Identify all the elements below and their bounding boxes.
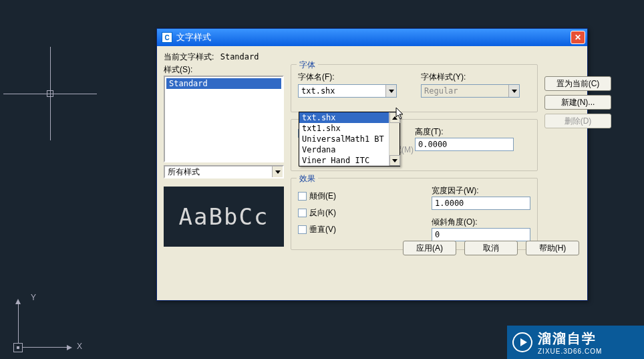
style-filter-value: 所有样式 [165,166,272,178]
fontname-value: txt.shx [301,86,335,96]
new-button[interactable]: 新建(N)... [544,95,611,110]
checkbox-icon [298,209,307,217]
cancel-button[interactable]: 取消 [464,241,518,255]
effects-legend: 效果 [297,173,318,185]
chevron-down-icon [272,166,283,177]
current-style-value: Standard [220,52,259,62]
dropdown-option[interactable]: Viner Hand ITC [299,155,399,166]
chevron-down-icon [385,85,396,97]
apply-button[interactable]: 应用(A) [403,241,456,255]
ucs-x-label: X [77,342,82,351]
delete-button: 删除(D) [544,114,611,128]
close-button[interactable]: ✕ [571,31,585,44]
preview-text: AaBbCc [179,203,269,230]
help-button[interactable]: 帮助(H) [526,241,579,255]
width-factor-value: 1.0000 [435,199,464,208]
scroll-down-icon[interactable] [389,155,400,166]
cursor-icon [395,107,405,120]
oblique-angle-input[interactable]: 0 [432,228,530,241]
play-icon [512,332,532,352]
vertical-label: 垂直(V) [309,224,336,235]
chevron-down-icon [508,85,519,97]
upside-down-checkbox[interactable]: 颠倒(E) [298,191,405,202]
list-item[interactable]: Standard [166,78,281,89]
dialog-title: 文字样式 [175,31,571,43]
set-current-button[interactable]: 置为当前(C) [544,76,611,91]
preview-box: AaBbCc [164,187,284,247]
oblique-angle-label: 倾斜角度(O): [432,217,478,227]
close-icon: ✕ [575,33,581,42]
height-value: 0.0000 [418,140,447,149]
font-groupbox: 字体 字体名(F): txt.shx 字体样式(Y): [291,64,538,112]
fontname-select[interactable]: txt.shx [298,84,397,98]
app-icon: C [162,32,172,43]
titlebar[interactable]: C 文字样式 ✕ [157,29,587,46]
style-listbox[interactable]: Standard [164,76,284,162]
height-input[interactable]: 0.0000 [415,138,514,151]
fontname-dropdown-list[interactable]: txt.shx txt1.shx UniversalMath1 BT Verda… [299,112,400,166]
style-filter-select[interactable]: 所有样式 [164,165,284,178]
width-factor-input[interactable]: 1.0000 [432,197,530,210]
checkbox-icon [298,192,307,201]
watermark-title: 溜溜自学 [538,330,602,348]
backwards-checkbox[interactable]: 反向(K) [298,207,405,219]
text-style-dialog: C 文字样式 ✕ 当前文字样式: Standard 样式(S): Standar… [156,28,588,301]
dropdown-option[interactable]: UniversalMath1 BT [299,134,399,144]
height-label: 高度(T): [415,127,444,136]
fontstyle-value: Regular [424,86,458,96]
font-legend: 字体 [297,59,318,71]
current-style-label: 当前文字样式: [164,52,214,62]
vertical-checkbox[interactable]: 垂直(V) [298,224,405,235]
width-factor-label: 宽度因子(W): [432,186,479,195]
ucs-y-label: Y [31,293,36,302]
fontstyle-label: 字体样式(Y): [421,72,530,83]
effects-groupbox: 效果 颠倒(E) 反向(K) [291,178,538,250]
styles-label: 样式(S): [164,65,192,74]
dropdown-option[interactable]: txt.shx [299,112,399,123]
watermark: 溜溜自学 ZIXUE.3D66.COM [507,326,644,359]
fontname-label: 字体名(F): [298,72,408,83]
fontstyle-select: Regular [421,84,520,98]
watermark-url: ZIXUE.3D66.COM [538,348,602,355]
backwards-label: 反向(K) [309,207,336,219]
oblique-angle-value: 0 [435,230,440,239]
upside-down-label: 颠倒(E) [309,191,336,202]
dropdown-option[interactable]: txt1.shx [299,123,399,134]
dropdown-option[interactable]: Verdana [299,144,399,155]
checkbox-icon [298,225,307,234]
